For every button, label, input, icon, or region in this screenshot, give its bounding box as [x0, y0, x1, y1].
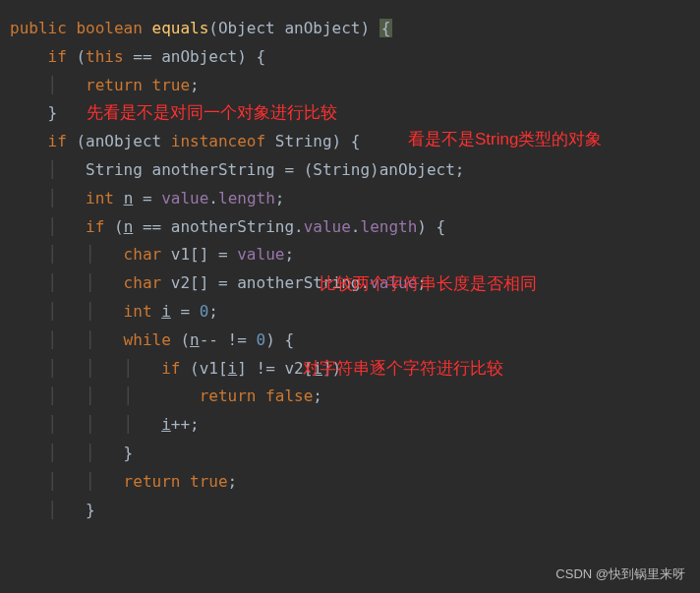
annotation-length-compare: 比较两个字符串长度是否相同	[320, 272, 537, 296]
code-line: │ │ return true;	[10, 468, 690, 497]
keyword-int: int	[86, 189, 114, 208]
brace-highlight: {	[379, 19, 393, 37]
keyword-true: true	[190, 472, 228, 491]
keyword-return: return	[124, 472, 181, 491]
code-line: │ int n = value.length;	[10, 185, 690, 213]
annotation-char-compare: 对字符串逐个字符进行比较	[303, 357, 503, 381]
code-line: │ return true;	[10, 72, 690, 100]
watermark-text: CSDN @快到锅里来呀	[555, 563, 685, 585]
keyword-char: char	[124, 273, 162, 292]
number-literal: 0	[200, 302, 209, 321]
code-line: │ if (n == anotherString.value.length) {	[10, 213, 690, 242]
code-line: public boolean equals(Object anObject) {	[10, 15, 690, 43]
code-line: │ │ char v1[] = value;	[10, 241, 690, 269]
code-line: │ │ while (n-- != 0) {	[10, 326, 690, 355]
keyword-int: int	[124, 302, 152, 321]
keyword-instanceof: instanceof	[171, 132, 265, 150]
keyword-this: this	[86, 47, 124, 66]
keyword-public: public	[10, 19, 67, 37]
param-type: Object	[218, 19, 275, 37]
code-line: │ }	[10, 497, 690, 525]
keyword-true: true	[152, 76, 191, 94]
keyword-false: false	[265, 386, 313, 405]
method-name: equals	[152, 19, 209, 37]
code-line: │ String anotherString = (String)anObjec…	[10, 156, 690, 185]
keyword-return: return	[200, 386, 257, 405]
param-name: anObject	[284, 19, 360, 37]
code-line: │ │ }	[10, 440, 690, 468]
field-value: value	[161, 189, 208, 208]
keyword-if: if	[161, 359, 180, 378]
keyword-if: if	[48, 47, 67, 66]
keyword-if: if	[48, 132, 67, 150]
keyword-boolean: boolean	[76, 19, 142, 37]
code-line: │ │ int i = 0;	[10, 298, 690, 326]
code-line: │ │ │ i++;	[10, 411, 690, 440]
keyword-if: if	[86, 217, 104, 236]
keyword-while: while	[124, 330, 171, 349]
keyword-return: return	[86, 76, 143, 94]
code-line: if (this == anObject) {	[10, 43, 690, 72]
code-block: public boolean equals(Object anObject) {…	[10, 15, 690, 524]
annotation-same-object: 先看是不是对同一个对象进行比较	[87, 101, 337, 125]
code-line: │ │ │ return false;	[10, 383, 690, 411]
annotation-string-type: 看是不是String类型的对象	[408, 128, 683, 151]
keyword-char: char	[124, 245, 162, 264]
